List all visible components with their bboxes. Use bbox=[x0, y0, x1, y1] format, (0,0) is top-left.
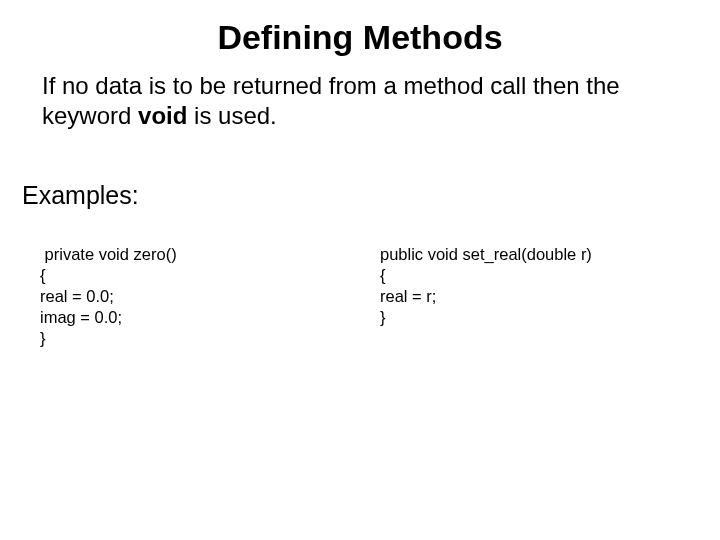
description-keyword: void bbox=[138, 102, 187, 129]
page-title: Defining Methods bbox=[0, 18, 720, 57]
code-example-right: public void set_real(double r) { real = … bbox=[380, 244, 720, 350]
description-text-pre: If no data is to be returned from a meth… bbox=[42, 72, 620, 129]
code-columns: private void zero() { real = 0.0; imag =… bbox=[0, 244, 720, 350]
code-example-left: private void zero() { real = 0.0; imag =… bbox=[40, 244, 380, 350]
description-text-post: is used. bbox=[187, 102, 276, 129]
description-paragraph: If no data is to be returned from a meth… bbox=[0, 71, 720, 131]
examples-label: Examples: bbox=[0, 181, 720, 210]
